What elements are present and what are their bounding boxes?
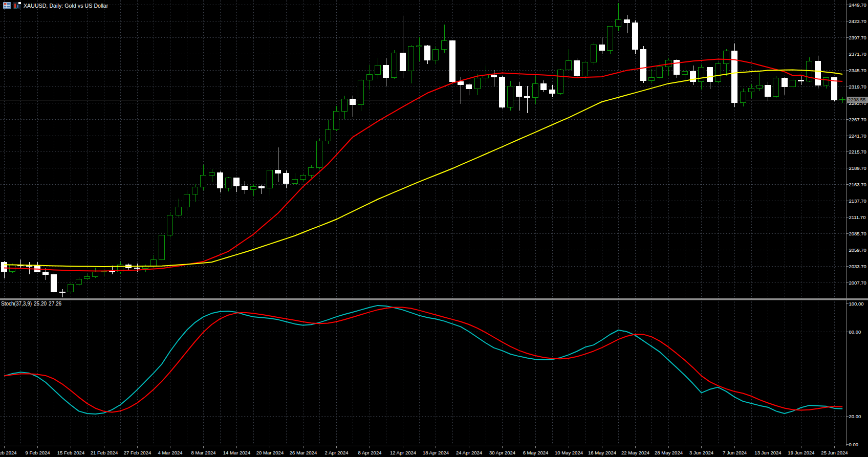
candle-up xyxy=(773,78,779,96)
candle-up xyxy=(715,64,721,82)
candle-up xyxy=(649,77,655,80)
candle-up xyxy=(317,141,322,168)
candle-up xyxy=(417,46,422,47)
price-axis-label: 2085.70 xyxy=(849,231,866,236)
candle-down xyxy=(525,96,530,97)
candle-down xyxy=(51,275,57,292)
date-axis-label: 2 Apr 2024 xyxy=(325,450,349,455)
candle-up xyxy=(749,88,754,92)
indicator-axis-label: 80.00 xyxy=(849,329,861,335)
window-table-icon[interactable] xyxy=(3,2,11,9)
candle-up xyxy=(558,70,563,93)
chart-title: XAUUSD, Daily: Gold vs US Dollar xyxy=(24,3,108,9)
price-axis-label: 2189.70 xyxy=(849,165,866,171)
candle-up xyxy=(840,100,845,100)
date-axis-label: 18 Apr 2024 xyxy=(423,450,449,455)
pane-separator[interactable] xyxy=(0,298,868,300)
date-axis-label: 19 Jun 2024 xyxy=(788,450,814,455)
stochastic-main-line xyxy=(4,306,842,414)
date-axis-label: 25 Jun 2024 xyxy=(821,450,848,455)
candle-up xyxy=(724,51,729,64)
candle-up xyxy=(616,20,621,27)
candle-down xyxy=(815,61,821,85)
date-axis-label: 15 Feb 2024 xyxy=(57,450,84,455)
candle-up xyxy=(267,170,273,188)
date-axis-label: 27 Feb 2024 xyxy=(124,450,151,455)
price-axis-label: 2007.70 xyxy=(849,280,866,286)
candle-down xyxy=(707,67,713,81)
candle-up xyxy=(475,78,481,89)
candle-up xyxy=(433,49,439,60)
date-axis-label: 16 May 2024 xyxy=(588,450,616,455)
window-chart-icon[interactable] xyxy=(13,2,21,9)
candle-down xyxy=(624,20,630,23)
price-axis-label: 2033.70 xyxy=(849,264,866,269)
date-axis-label: 13 Jun 2024 xyxy=(754,450,781,455)
candle-up xyxy=(358,80,364,104)
candle-up xyxy=(823,77,829,85)
candle-up xyxy=(309,168,314,175)
candle-up xyxy=(699,67,704,81)
candle-down xyxy=(765,85,771,96)
date-axis-label: 24 Apr 2024 xyxy=(456,450,482,455)
candle-down xyxy=(798,80,804,81)
candle-up xyxy=(151,259,157,266)
candle-up xyxy=(201,175,206,187)
price-axis-label: 2345.70 xyxy=(849,68,866,73)
candle-up xyxy=(657,67,663,77)
candle-up xyxy=(167,215,173,235)
candle-up xyxy=(408,47,414,71)
candle-down xyxy=(450,41,455,82)
indicator-axis-label: 100.00 xyxy=(849,301,864,307)
candle-down xyxy=(27,266,32,266)
ma-yellow-slow-line xyxy=(4,70,842,267)
candle-down xyxy=(234,178,240,186)
candle-up xyxy=(251,187,256,190)
candle-up xyxy=(367,74,373,80)
price-axis-label: 2371.70 xyxy=(849,51,866,57)
candle-down xyxy=(574,61,580,76)
chart-canvas[interactable]: 2449.702423.702397.702371.702345.702319.… xyxy=(0,0,868,457)
candle-down xyxy=(425,46,430,60)
candle-up xyxy=(209,172,215,175)
date-axis-label: 22 May 2024 xyxy=(621,450,649,455)
date-axis-label: 10 May 2024 xyxy=(555,450,583,455)
date-axis-label: 5 Feb 2024 xyxy=(0,450,17,455)
candle-down xyxy=(550,90,555,93)
candle-down xyxy=(350,99,356,105)
indicator-name: Stoch(37,3,9) xyxy=(1,301,32,307)
price-axis-label: 2423.70 xyxy=(849,18,866,24)
candle-up xyxy=(68,285,74,292)
candle-up xyxy=(790,80,796,87)
trading-chart-window: 2449.702423.702397.702371.702345.702319.… xyxy=(0,0,868,457)
candle-up xyxy=(342,99,348,112)
date-axis-label: 20 Mar 2024 xyxy=(256,450,284,455)
candle-down xyxy=(242,186,248,189)
ma-red-fast-line xyxy=(4,59,842,271)
candle-down xyxy=(466,84,472,89)
date-axis-label: 9 Feb 2024 xyxy=(25,450,50,455)
candle-up xyxy=(292,180,298,184)
date-axis-label: 6 May 2024 xyxy=(523,450,549,455)
chart-title-bar: XAUUSD, Daily: Gold vs US Dollar xyxy=(3,2,108,9)
date-axis-label: 30 Apr 2024 xyxy=(489,450,515,455)
candle-down xyxy=(110,271,115,272)
candle-down xyxy=(275,170,281,173)
date-axis-label: 28 May 2024 xyxy=(655,450,683,455)
candle-up xyxy=(442,41,447,49)
candle-down xyxy=(641,49,646,80)
candle-down xyxy=(491,75,497,77)
candle-down xyxy=(60,292,66,292)
price-axis-label: 2319.70 xyxy=(849,84,866,90)
price-axis-label: 2241.70 xyxy=(849,133,866,139)
indicator-axis-label: 20.00 xyxy=(849,414,861,419)
candle-up xyxy=(176,207,182,215)
price-axis: 2449.702423.702397.702371.702345.702319.… xyxy=(847,2,866,286)
candle-up xyxy=(566,61,572,70)
candle-down xyxy=(633,23,638,49)
price-axis-label: 2163.70 xyxy=(849,182,866,187)
candle-up xyxy=(184,194,190,207)
candle-down xyxy=(2,263,7,272)
axes xyxy=(0,0,868,446)
price-axis-label: 2111.70 xyxy=(849,214,866,220)
